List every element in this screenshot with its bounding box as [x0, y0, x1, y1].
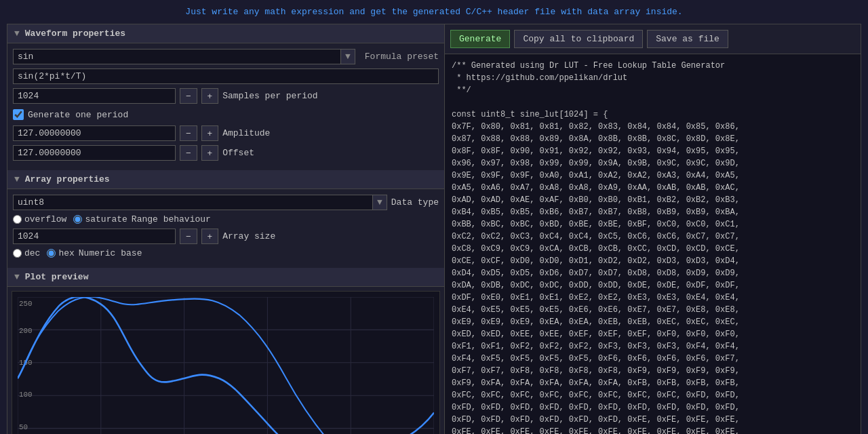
- copy-button[interactable]: Copy all to clipboard: [514, 30, 643, 48]
- plot-section-title: Plot preview: [25, 272, 89, 282]
- range-behaviour-row: overflow saturate Range behaviour: [13, 214, 439, 224]
- array-size-row: − + Array size: [13, 229, 439, 244]
- amplitude-input[interactable]: [13, 125, 176, 141]
- formula-preset-select[interactable]: sin cos tan sawtooth square triangle: [13, 49, 341, 64]
- samples-minus-button[interactable]: −: [180, 88, 197, 104]
- formula-preset-select-wrapper[interactable]: sin cos tan sawtooth square triangle ▼: [13, 49, 355, 64]
- generate-one-period-label: Generate one period: [28, 110, 128, 120]
- left-panel: ▼ Waveform properties sin cos tan sawtoo…: [7, 24, 445, 434]
- offset-label: Offset: [222, 148, 254, 158]
- sine-wave-path: [18, 297, 434, 434]
- numeric-base-row: dec hex Numeric base: [13, 248, 439, 258]
- overflow-radio[interactable]: [13, 215, 22, 224]
- offset-plus-button[interactable]: +: [201, 145, 219, 161]
- data-type-row: uint8 uint16 int8 int16 float ▼ Data typ…: [13, 195, 439, 210]
- offset-input[interactable]: [13, 145, 176, 161]
- amplitude-row: − + Amplitude: [13, 125, 439, 141]
- array-size-minus-button[interactable]: −: [180, 229, 197, 244]
- svg-text:100: 100: [19, 391, 33, 399]
- offset-row: − + Offset: [13, 145, 439, 161]
- samples-plus-button[interactable]: +: [201, 88, 219, 104]
- formula-expression-input[interactable]: sin(2*pi*t/T): [13, 68, 439, 84]
- samples-per-period-row: − + Samples per period: [13, 88, 439, 104]
- dec-radio-label[interactable]: dec: [13, 248, 40, 258]
- generate-one-period-checkbox[interactable]: [13, 109, 24, 120]
- amplitude-label: Amplitude: [222, 128, 270, 138]
- data-type-select-arrow: ▼: [373, 195, 387, 210]
- amplitude-minus-button[interactable]: −: [180, 125, 197, 141]
- plot-svg: 0 50 100 150 200 250: [18, 297, 434, 434]
- overflow-radio-label[interactable]: overflow: [13, 214, 66, 224]
- formula-preset-select-arrow: ▼: [341, 49, 355, 64]
- generate-one-period-row: Generate one period: [13, 108, 439, 121]
- hex-radio[interactable]: [47, 249, 56, 258]
- samples-per-period-input[interactable]: [13, 88, 176, 104]
- saturate-radio-label[interactable]: saturate: [73, 214, 127, 224]
- array-section-title: Array properties: [25, 174, 110, 184]
- range-behaviour-radio-group: overflow saturate: [13, 214, 127, 224]
- formula-preset-label: Formula preset: [365, 52, 439, 62]
- plot-section-header: ▼ Plot preview: [7, 268, 444, 287]
- array-size-input[interactable]: [13, 229, 176, 244]
- array-section-header: ▼ Array properties: [7, 170, 444, 189]
- hex-radio-label[interactable]: hex: [47, 248, 74, 258]
- dec-radio[interactable]: [13, 249, 22, 258]
- toolbar: Generate Copy all to clipboard Save as f…: [445, 24, 861, 54]
- offset-minus-button[interactable]: −: [180, 145, 197, 161]
- data-type-select[interactable]: uint8 uint16 int8 int16 float: [13, 195, 373, 210]
- plot-area: 0 50 100 150 200 250: [12, 291, 440, 434]
- svg-text:50: 50: [19, 422, 28, 431]
- data-type-select-wrapper[interactable]: uint8 uint16 int8 int16 float ▼: [13, 195, 387, 210]
- plot-collapse-arrow[interactable]: ▼: [14, 272, 20, 282]
- waveform-collapse-arrow[interactable]: ▼: [14, 28, 20, 39]
- waveform-section-header: ▼ Waveform properties: [7, 24, 444, 43]
- formula-preset-row: sin cos tan sawtooth square triangle ▼ F…: [13, 49, 439, 64]
- saturate-radio[interactable]: [73, 215, 82, 224]
- data-type-label: Data type: [391, 197, 439, 208]
- array-size-label: Array size: [222, 231, 275, 241]
- waveform-section-title: Waveform properties: [25, 28, 125, 39]
- numeric-base-label: Numeric base: [79, 248, 142, 258]
- array-size-plus-button[interactable]: +: [201, 229, 219, 244]
- code-output: /** Generated using Dr LUT - Free Lookup…: [445, 54, 861, 434]
- samples-per-period-label: Samples per period: [222, 91, 317, 101]
- svg-text:250: 250: [19, 299, 33, 307]
- numeric-base-radio-group: dec hex: [13, 248, 75, 258]
- save-button[interactable]: Save as file: [647, 30, 728, 48]
- array-section-content: uint8 uint16 int8 int16 float ▼ Data typ…: [7, 189, 444, 268]
- range-behaviour-label: Range behaviour: [132, 214, 211, 224]
- formula-expression-row: sin(2*pi*t/T): [13, 68, 439, 84]
- array-collapse-arrow[interactable]: ▼: [14, 174, 20, 184]
- svg-text:200: 200: [19, 326, 33, 334]
- waveform-section-content: sin cos tan sawtooth square triangle ▼ F…: [7, 43, 444, 170]
- top-bar-text: Just write any math expression and get t…: [0, 0, 868, 24]
- right-panel: Generate Copy all to clipboard Save as f…: [445, 24, 861, 434]
- generate-button[interactable]: Generate: [450, 30, 510, 48]
- amplitude-plus-button[interactable]: +: [201, 125, 219, 141]
